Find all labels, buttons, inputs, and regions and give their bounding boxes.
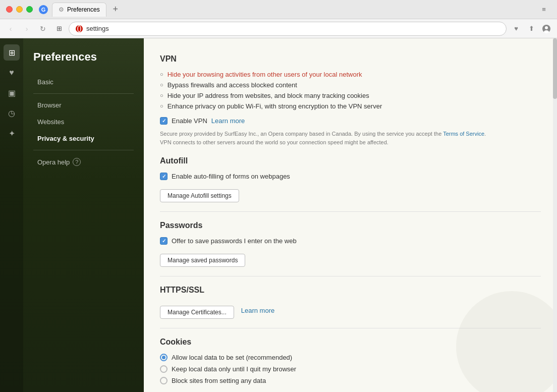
tab-label: Preferences [67,6,100,13]
cookies-radio-session-label: Keep local data only until I quit my bro… [172,365,296,373]
passwords-checkbox-label: Offer to save passwords I enter on the w… [172,237,297,245]
sidebar-nav: Preferences Basic Browser Websites Priva… [23,38,144,392]
sidebar-item-browser[interactable]: Browser [27,97,140,114]
cookies-radio-1: Allow local data to be set (recommended) [160,354,541,361]
bookmark-icon[interactable]: ♥ [510,22,523,35]
url-text: settings [86,25,109,32]
cookies-radio-block[interactable] [160,377,168,384]
manage-autofill-button[interactable]: Manage Autofill settings [160,189,239,202]
sidebar-title: Preferences [23,46,144,74]
cookies-radio-allow-dot [162,356,165,359]
vpn-notice: Secure proxy provided by SurfEasy Inc., … [160,130,541,146]
https-actions: Manage Certificates... Learn more [160,302,541,319]
opera-icon [75,25,83,33]
scrollbar-thumb[interactable] [553,38,557,99]
new-tab-button[interactable]: + [108,3,123,17]
opera-help-label: Opera help [37,158,70,166]
vpn-bullet-1: Hide your browsing activities from other… [160,71,541,78]
sidebar-icon-history[interactable]: ◷ [4,105,20,121]
tab-overflow-button[interactable]: ≡ [537,3,551,17]
content-area: VPN Hide your browsing activities from o… [144,38,557,392]
traffic-lights [6,6,33,13]
vpn-bullet-3-text: Hide your IP address from websites, and … [168,92,369,99]
sidebar-item-basic[interactable]: Basic [27,74,140,90]
autofill-checkbox[interactable] [160,173,168,180]
svg-point-5 [545,26,548,29]
enable-vpn-checkbox[interactable] [160,117,168,125]
forward-button[interactable]: › [20,22,33,35]
passwords-section-header: Passwords [160,221,541,230]
autofill-section-header: Autofill [160,156,541,165]
maximize-button[interactable] [26,6,33,13]
vpn-bullet-4: Enhance privacy on public Wi-Fi, with st… [160,102,541,110]
enable-vpn-label: Enable VPN [172,117,207,125]
sidebar: ⊞ ♥ ▣ ◷ ✦ Preferences Basic Browser Webs… [0,38,144,392]
close-button[interactable] [6,6,13,13]
svg-point-6 [544,30,549,33]
vpn-tos-link[interactable]: Terms of Service [443,131,484,137]
vpn-bullet-2: Bypass firewalls and access blocked cont… [160,81,541,89]
cookies-radio-2: Keep local data only until I quit my bro… [160,365,541,373]
manage-certificates-button[interactable]: Manage Certificates... [160,306,234,319]
cookies-radio-allow[interactable] [160,354,168,361]
grid-button[interactable]: ⊞ [52,22,66,35]
autofill-checkbox-row: Enable auto-filling of forms on webpages [160,173,541,180]
vpn-bullet-3: Hide your IP address from websites, and … [160,92,541,99]
reload-button[interactable]: ↻ [36,22,49,35]
google-logo: G [39,5,48,14]
sidebar-icons: ⊞ ♥ ▣ ◷ ✦ [0,38,23,392]
vpn-bullet-1-text: Hide your browsing activities from other… [168,71,362,78]
help-icon: ? [73,158,81,166]
sidebar-divider-2 [33,150,134,150]
sidebar-item-websites[interactable]: Websites [27,114,140,130]
sidebar-icon-tabs[interactable]: ▣ [4,85,20,101]
passwords-checkbox-row: Offer to save passwords I enter on the w… [160,237,541,245]
autofill-divider [160,211,541,212]
manage-passwords-button[interactable]: Manage saved passwords [160,254,245,267]
https-learn-more-link[interactable]: Learn more [241,307,274,314]
main-layout: ⊞ ♥ ▣ ◷ ✦ Preferences Basic Browser Webs… [0,38,557,392]
cookies-radio-block-label: Block sites from setting any data [172,377,266,384]
vpn-learn-more-link[interactable]: Learn more [211,117,245,125]
sidebar-icon-heart[interactable]: ♥ [4,65,20,81]
sidebar-icon-extensions[interactable]: ✦ [4,125,20,141]
preferences-tab[interactable]: ⚙ Preferences [52,3,106,17]
cookies-section-header: Cookies [160,338,541,347]
tab-bar: ⚙ Preferences + ≡ [52,3,551,17]
sidebar-icon-grid[interactable]: ⊞ [4,44,20,61]
passwords-checkbox[interactable] [160,237,168,245]
navbar-right: ♥ ⬆ [510,22,553,35]
https-divider [160,328,541,328]
scrollbar-track[interactable] [553,38,557,392]
autofill-checkbox-label: Enable auto-filling of forms on webpages [172,173,290,180]
enable-vpn-row: Enable VPN Learn more [160,117,541,125]
vpn-notice-text-1: Secure proxy provided by SurfEasy Inc., … [160,131,441,137]
svg-point-2 [76,25,83,32]
tab-icon: ⚙ [59,6,64,13]
share-icon[interactable]: ⬆ [525,22,538,35]
account-icon[interactable] [540,22,553,35]
svg-text:G: G [41,7,46,13]
minimize-button[interactable] [16,6,23,13]
cookies-radio-allow-label: Allow local data to be set (recommended) [172,354,292,361]
passwords-divider [160,276,541,276]
vpn-bullet-2-text: Bypass firewalls and access blocked cont… [168,81,297,89]
vpn-bullets: Hide your browsing activities from other… [160,71,541,110]
sidebar-item-opera-help[interactable]: Opera help ? [27,153,140,171]
vpn-bullet-4-text: Enhance privacy on public Wi-Fi, with st… [168,102,382,110]
sidebar-item-privacy[interactable]: Privacy & security [27,130,140,147]
sidebar-divider-1 [33,93,134,94]
back-button[interactable]: ‹ [4,22,17,35]
navbar: ‹ › ↻ ⊞ settings ♥ ⬆ [0,19,557,38]
https-section-header: HTTPS/SSL [160,286,541,295]
cookies-radio-session[interactable] [160,365,168,373]
cookies-radio-3: Block sites from setting any data [160,377,541,384]
titlebar: G ⚙ Preferences + ≡ [0,0,557,19]
vpn-notice-text-2: VPN connects to other servers around the… [160,139,388,145]
address-bar[interactable]: settings [69,22,507,36]
vpn-section-header: VPN [160,54,541,64]
